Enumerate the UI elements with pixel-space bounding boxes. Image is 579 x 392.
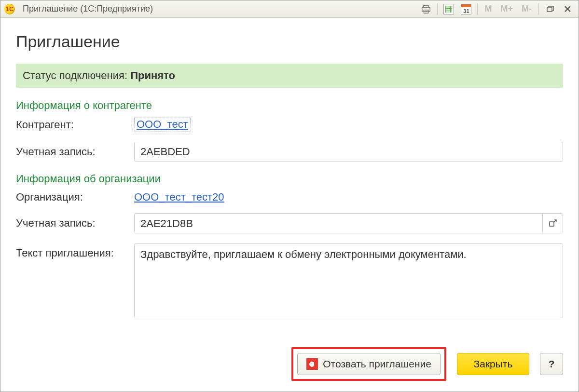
calendar-icon[interactable]: 31 [460,3,472,15]
close-window-icon[interactable]: ✕ [561,3,574,15]
help-button[interactable]: ? [540,353,563,375]
org-label: Организация: [16,191,134,203]
expand-icon[interactable] [542,214,563,233]
org-account-label: Учетная запись: [16,217,134,230]
section-contragent-title: Информация о контрагенте [16,99,563,112]
memory-m-button[interactable]: M [482,3,494,15]
memory-mplus-button[interactable]: M+ [498,3,515,15]
titlebar-buttons: 31 M M+ M- ✕ [420,3,576,15]
content: Приглашение Статус подключения: Принято … [0,18,579,392]
invite-text-input[interactable] [134,243,563,318]
contragent-account-label: Учетная запись: [16,146,134,158]
window-title: Приглашение (1С:Предприятие) [23,4,153,14]
app-logo-icon: 1C [4,4,15,14]
footer: Отозвать приглашение Закрыть ? [16,341,563,381]
restore-window-icon[interactable] [544,3,556,15]
status-value: Принято [130,69,175,81]
org-link[interactable]: ООО_тест_тест20 [134,191,224,203]
contragent-link[interactable]: ООО_тест [134,118,191,132]
connection-status-bar: Статус подключения: Принято [16,64,563,88]
memory-mminus-button[interactable]: M- [520,3,534,15]
section-org-title: Информация об организации [16,173,563,185]
status-label: Статус подключения: [23,69,127,81]
separator [477,3,478,15]
print-icon[interactable] [420,3,432,15]
contragent-account-input[interactable] [134,142,563,162]
org-account-input[interactable] [135,214,542,233]
spreadsheet-icon[interactable] [442,3,455,15]
invite-text-label: Текст приглашения: [16,243,134,259]
close-button[interactable]: Закрыть [457,353,529,375]
contragent-label: Контрагент: [16,119,134,131]
stop-hand-icon [306,358,318,370]
window: 1C Приглашение (1С:Предприятие) 31 M M+ … [0,0,579,392]
page-title: Приглашение [16,32,563,51]
revoke-invite-button[interactable]: Отозвать приглашение [297,353,441,375]
titlebar: 1C Приглашение (1С:Предприятие) 31 M M+ … [0,0,579,18]
separator [538,3,539,15]
revoke-invite-label: Отозвать приглашение [323,358,431,370]
separator [437,3,438,15]
highlight-box: Отозвать приглашение [291,347,446,381]
svg-rect-0 [547,7,552,12]
